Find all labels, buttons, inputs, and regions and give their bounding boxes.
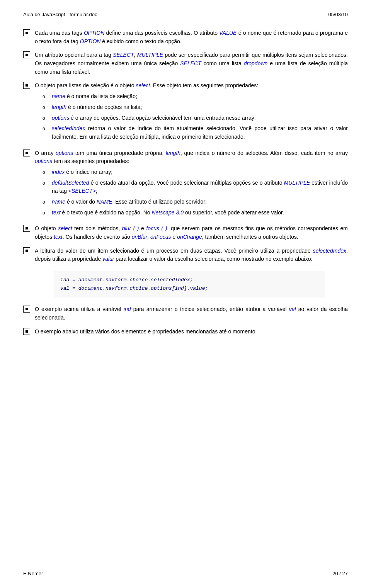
keyword-val: val	[289, 306, 296, 312]
keyword-length-1: length	[52, 104, 66, 110]
keyword-length-2: length	[166, 150, 180, 156]
keyword-multiple-2: MULTIPLE	[284, 180, 310, 186]
bullet-text-2: Um atributo opcional para a tag SELECT, …	[35, 51, 348, 76]
page-footer: E Nemer 20 / 27	[23, 571, 348, 576]
sub-text-4c: name é o valor do NAME. Esse atributo é …	[52, 198, 348, 206]
sub-item-4a: o index é o índice no array;	[43, 168, 348, 177]
bullet-item-2: Um atributo opcional para a tag SELECT, …	[23, 51, 348, 76]
sub-text-3d: selectedIndex retorna o valor de índice …	[52, 124, 348, 141]
keyword-multiple: MULTIPLE	[137, 52, 163, 58]
keyword-value: VALUE	[219, 30, 237, 36]
bullet-icon-2	[23, 51, 30, 58]
keyword-text-obj: text	[54, 234, 63, 240]
sub-text-3b: length é o número de opções na lista;	[52, 103, 348, 112]
sub-bullet-3b: o	[43, 104, 48, 111]
bullet-icon-5	[23, 225, 30, 232]
footer-author: E Nemer	[23, 571, 43, 576]
bullet-icon-1	[23, 29, 30, 36]
keyword-onchange: onChange	[177, 234, 202, 240]
keyword-name-2: name	[52, 199, 65, 205]
keyword-name-attr: NAME	[97, 199, 112, 205]
header-date: 05/03/10	[328, 12, 348, 17]
keyword-options-2: options	[56, 150, 73, 156]
keyword-valur: valur	[102, 256, 114, 262]
keyword-onblur: onBlur	[132, 234, 147, 240]
bullet-item-3: O objeto para listas de seleção é o obje…	[23, 82, 348, 143]
keyword-select-obj: select	[136, 82, 150, 88]
sub-text-3a: name é o nome da lista de seleção;	[52, 92, 348, 101]
keyword-netscape: Netscape 3.0	[151, 209, 184, 216]
footer-page: 20 / 27	[332, 571, 348, 576]
sub-item-3b: o length é o número de opções na lista;	[43, 103, 348, 112]
code-line-2: val = document.navform.choice.options[in…	[60, 284, 318, 293]
sub-item-4c: o name é o valor do NAME. Esse atributo …	[43, 198, 348, 206]
keyword-selectedindex-1: selectedIndex	[52, 125, 85, 131]
keyword-options-3: options	[35, 158, 52, 164]
page: Aula de JavaScript - formular.doc 05/03/…	[0, 0, 371, 588]
sub-item-3c: o options é o array de opções. Cada opçã…	[43, 114, 348, 122]
sub-bullet-4c: o	[43, 199, 48, 206]
sub-item-3a: o name é o nome da lista de seleção;	[43, 92, 348, 101]
code-block: ind = document.navform.choice.selectedIn…	[54, 271, 325, 297]
keyword-name-1: name	[52, 93, 65, 99]
bullet-text-7: O exemplo acima utiliza a variável ind p…	[35, 305, 348, 322]
keyword-index: index	[52, 169, 65, 175]
sub-item-4d: o text é o texto que é exibido na opção.…	[43, 209, 348, 217]
bullet-text-3: O objeto para listas de seleção é o obje…	[35, 82, 348, 143]
bullet-text-5: O objeto select tem dois métodos, blur (…	[35, 224, 348, 241]
sub-item-4b: o defaultSelected é o estado atual da op…	[43, 179, 348, 195]
bullet-text-1: Cada uma das tags OPTION define uma das …	[35, 29, 348, 46]
bullet-text-8: O exemplo abaixo utiliza vários dos elem…	[35, 328, 348, 336]
keyword-select-2: SELECT	[180, 60, 201, 66]
page-header: Aula de JavaScript - formular.doc 05/03/…	[23, 12, 348, 17]
bullet-item-1: Cada uma das tags OPTION define uma das …	[23, 29, 348, 46]
bullet-item-5: O objeto select tem dois métodos, blur (…	[23, 224, 348, 241]
keyword-onfocus: onFocus	[150, 234, 171, 240]
header-title: Aula de JavaScript - formular.doc	[23, 12, 97, 17]
keyword-ind: ind	[124, 306, 131, 312]
keyword-options: options	[52, 115, 69, 121]
bullet-text-6: A leitura do valor de um item selecionad…	[35, 247, 348, 263]
keyword-text: text	[52, 209, 61, 216]
sub-list-4: o index é o índice no array; o defaultSe…	[43, 168, 348, 217]
bullet-icon-7	[23, 306, 30, 313]
sub-bullet-4b: o	[43, 180, 48, 187]
bullet-item-8: O exemplo abaixo utiliza vários dos elem…	[23, 328, 348, 336]
keyword-select-1: SELECT	[113, 52, 134, 58]
sub-item-3d: o selectedIndex retorna o valor de índic…	[43, 124, 348, 141]
bullet-icon-8	[23, 328, 30, 335]
keyword-defaultselected: defaultSelected	[52, 180, 89, 186]
sub-bullet-4d: o	[43, 209, 48, 217]
bullet-icon-4	[23, 150, 30, 156]
bullet-icon-6	[23, 247, 30, 254]
keyword-option-2: OPTION	[80, 38, 101, 44]
bullet-icon-3	[23, 82, 30, 89]
sub-bullet-4a: o	[43, 169, 48, 176]
keyword-dropdown: dropdown	[244, 60, 268, 66]
keyword-blur: blur ( )	[122, 225, 139, 231]
content-area: Cada uma das tags OPTION define uma das …	[23, 29, 348, 336]
sub-bullet-3a: o	[43, 93, 48, 100]
keyword-option-1: OPTION	[84, 30, 105, 36]
sub-text-4a: index é o índice no array;	[52, 168, 348, 177]
keyword-select-obj-2: select	[58, 225, 72, 231]
sub-text-4d: text é o texto que é exibido na opção. N…	[52, 209, 348, 217]
sub-text-3c: options é o array de opções. Cada opção …	[52, 114, 348, 122]
bullet-item-6: A leitura do valor de um item selecionad…	[23, 247, 348, 263]
bullet-item-4: O array options tem uma única propriedad…	[23, 149, 348, 219]
sub-bullet-3d: o	[43, 125, 48, 133]
keyword-select-tag: <SELECT>	[68, 188, 96, 194]
keyword-selectedindex-2: selectedIndex	[313, 248, 346, 254]
sub-list-3: o name é o nome da lista de seleção; o l…	[43, 92, 348, 141]
sub-bullet-3c: o	[43, 115, 48, 122]
bullet-text-4: O array options tem uma única propriedad…	[35, 149, 348, 219]
sub-text-4b: defaultSelected é o estado atual da opçã…	[52, 179, 348, 195]
code-line-1: ind = document.navform.choice.selectedIn…	[60, 276, 318, 284]
bullet-item-7: O exemplo acima utiliza a variável ind p…	[23, 305, 348, 322]
keyword-focus: focus ( )	[146, 225, 167, 231]
